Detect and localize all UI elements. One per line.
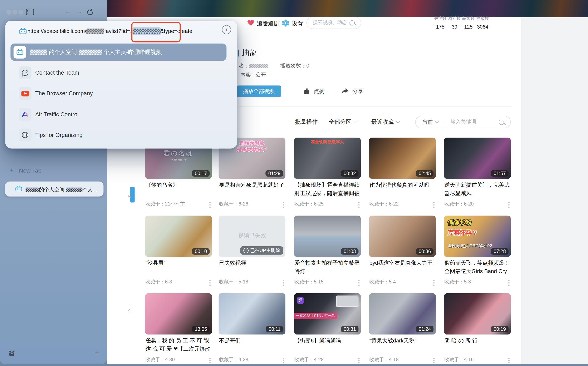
video-thumbnail[interactable]: 经 死杰米我让你喝，打死你 00:31 <box>294 293 361 335</box>
window-close-button[interactable] <box>7 10 11 15</box>
video-title[interactable]: 【抽象现场】霍金直播连续肘击汉尼拔，随后直播间被封 <box>294 181 361 198</box>
video-card[interactable]: 00:10 “沙县男” 收藏于：6-8 <box>145 216 212 287</box>
scope-dropdown[interactable]: 当前 <box>422 119 438 125</box>
play-all-button[interactable]: 播放全部视频 <box>237 85 281 97</box>
menu-item-browser-company[interactable]: The Browser Company <box>10 85 232 101</box>
menu-item-contact[interactable]: Contact the Team <box>10 64 232 81</box>
more-icon[interactable] <box>433 201 434 209</box>
video-title[interactable]: 爱音拍素世拍祥子拍立希壁咚灯 <box>294 259 361 275</box>
window-zoom-button[interactable] <box>18 10 23 15</box>
video-thumbnail[interactable]: 01:57 <box>444 137 511 179</box>
video-thumbnail[interactable]: 01:03 <box>294 216 361 257</box>
video-title[interactable]: 逆天萌新提前关门，完美武器尽显威风 <box>444 181 511 197</box>
duration-badge: 00:36 <box>416 248 433 255</box>
stat-following[interactable]: 关注数175 <box>433 16 448 30</box>
settings-gear-icon <box>282 20 289 28</box>
nav-bangumi[interactable]: 追番追剧 <box>257 20 279 27</box>
more-icon[interactable] <box>283 279 284 287</box>
keyword-input[interactable] <box>450 119 496 125</box>
new-tab-button[interactable]: +New Tab <box>10 167 41 175</box>
url-bar[interactable]: https://space.bilibili.com/favlist?fid=3… <box>5 22 237 41</box>
video-thumbnail[interactable]: 00:11 <box>219 293 286 335</box>
more-icon[interactable] <box>209 279 211 287</box>
video-thumbnail[interactable]: 01:24 <box>369 293 436 335</box>
stat-followers[interactable]: 粉丝数39 <box>447 16 462 30</box>
window-minimize-button[interactable] <box>12 10 17 15</box>
url-text[interactable]: https://space.bilibili.com/favlist?fid=3… <box>27 28 192 34</box>
video-card[interactable]: 13:05 雀巢：我 的 员 工 不 可 能 这 么 可 爱 ❤【二次元爆改 收… <box>145 293 212 364</box>
share-button[interactable]: 分享 <box>341 88 363 96</box>
more-icon[interactable] <box>358 279 360 287</box>
video-card[interactable]: 00:11 不是哥们 收藏于：4-28 <box>219 293 286 364</box>
back-icon[interactable]: ← <box>64 8 71 16</box>
header-search-input[interactable] <box>312 19 351 26</box>
divider <box>239 106 511 107</box>
more-icon[interactable] <box>283 357 284 364</box>
add-space-button[interactable]: + <box>94 347 100 358</box>
video-card[interactable]: 01:57 逆天萌新提前关门，完美武器尽显威风 收藏于：6-20 <box>444 137 511 209</box>
video-title[interactable]: 雀巢：我 的 员 工 不 可 能 这 么 可 爱 ❤【二次元爆改 <box>146 337 212 353</box>
video-card[interactable]: 00:19 阴 暗 の 爬 行 收藏于：4-16 <box>444 293 511 364</box>
video-thumbnail[interactable]: 00:36 <box>369 216 436 257</box>
library-gift-icon[interactable] <box>8 350 15 358</box>
reload-icon[interactable] <box>86 8 94 17</box>
video-card[interactable]: 02:45 作为怪猎代餐真的可以吗 收藏于：6-22 <box>369 137 436 209</box>
video-title[interactable]: 【街霸6】就喝就喝 <box>294 337 361 345</box>
video-thumbnail[interactable]: 02:45 <box>369 137 436 179</box>
video-card-invalid[interactable]: 视频已失效 !已被UP主删除 已失效视频 收藏于：5-18 <box>219 216 286 287</box>
video-card[interactable]: 偶像炒粉芹菜怀孕？全网最逆天GBC解析02 07:28 假药满天飞，笑点频频爆！… <box>444 216 511 287</box>
more-icon[interactable] <box>283 201 284 209</box>
video-card[interactable]: 霍金铁脑 致敬牢大 00:32 【抽象现场】霍金直播连续肘击汉尼拔，随后直播间被… <box>294 137 361 209</box>
video-card[interactable]: 01:03 爱音拍素世拍祥子拍立希壁咚灯 收藏于：5-15 <box>294 216 361 287</box>
video-card[interactable]: 00:36 byd我这室友是真像大力王 收藏于：5-4 <box>369 216 436 287</box>
video-card[interactable]: 01:24 “黄泉大战dark天鹅” 收藏于：4-18 <box>369 293 436 364</box>
video-title[interactable]: 《你的马名》 <box>146 181 212 189</box>
video-title[interactable]: 已失效视频 <box>219 259 285 267</box>
more-icon[interactable] <box>508 201 510 209</box>
video-title[interactable]: “黄泉大战dark天鹅” <box>369 337 435 345</box>
menu-item-air-traffic-control[interactable]: Air Traffic Control <box>10 106 232 122</box>
folder-count: 5 <box>124 194 131 199</box>
more-icon[interactable] <box>209 201 211 209</box>
forward-icon[interactable]: → <box>75 8 82 16</box>
video-title[interactable]: 阴 暗 の 爬 行 <box>444 337 511 345</box>
more-icon[interactable] <box>433 357 434 364</box>
batch-actions-button[interactable]: 批量操作 <box>295 119 317 126</box>
video-title[interactable]: byd我这室友是真像大力王 <box>369 259 435 267</box>
sidebar-toggle-icon[interactable] <box>26 8 34 17</box>
youtube-icon <box>19 87 31 100</box>
more-icon[interactable] <box>433 279 434 287</box>
more-icon[interactable] <box>358 201 360 209</box>
info-icon[interactable]: i <box>222 25 231 34</box>
menu-item-tips[interactable]: Tips for Organizing <box>10 127 232 143</box>
info-icon: ! <box>243 248 248 253</box>
stat-plays[interactable]: 播放数3064 <box>475 16 490 30</box>
like-button[interactable]: 点赞 <box>303 88 325 96</box>
more-icon[interactable] <box>209 357 211 364</box>
video-thumbnail[interactable]: 00:19 <box>444 293 511 335</box>
video-card[interactable]: 经 死杰米我让你喝，打死你 00:31 【街霸6】就喝就喝 收藏于：4-28 <box>294 293 361 364</box>
more-icon[interactable] <box>508 279 510 287</box>
video-title[interactable]: 作为怪猎代餐真的可以吗 <box>369 181 435 189</box>
video-thumbnail[interactable]: 偶像炒粉芹菜怀孕？全网最逆天GBC解析02 07:28 <box>444 216 511 257</box>
more-icon[interactable] <box>508 357 510 364</box>
video-thumbnail[interactable]: 霍金铁脑 致敬牢大 00:32 <box>294 137 361 179</box>
sort-dropdown[interactable]: 最近收藏 <box>371 119 399 126</box>
category-dropdown[interactable]: 全部分区 <box>329 119 357 126</box>
more-icon[interactable] <box>358 357 360 364</box>
active-tab[interactable]: 的个人空间·个人… <box>5 182 103 197</box>
video-title[interactable]: 要是相亲对象是黑龙就好了 <box>219 181 285 189</box>
duration-badge: 02:45 <box>416 170 433 177</box>
video-title[interactable]: 不是哥们 <box>219 337 285 345</box>
video-meta: 收藏于：6-20 <box>444 201 511 207</box>
stat-likes[interactable]: 获赞数125 <box>461 16 476 30</box>
video-title[interactable]: “沙县男” <box>146 259 212 267</box>
video-thumbnail[interactable]: 00:10 <box>145 216 212 257</box>
header-search-box[interactable] <box>306 17 361 29</box>
suggestion-selected[interactable]: 的个人空间· 个人主页-哔哩哔哩视频 <box>10 44 226 61</box>
video-title[interactable]: 假药满天飞，笑点频频爆！全网最逆天Girls Band Cry解析 <box>444 259 511 275</box>
keyword-search-box[interactable]: 当前 <box>415 116 511 128</box>
video-thumbnail[interactable]: 13:05 <box>145 293 212 335</box>
invalid-thumbnail[interactable]: 视频已失效 !已被UP主删除 <box>219 216 286 257</box>
nav-settings[interactable]: 设置 <box>292 20 303 27</box>
